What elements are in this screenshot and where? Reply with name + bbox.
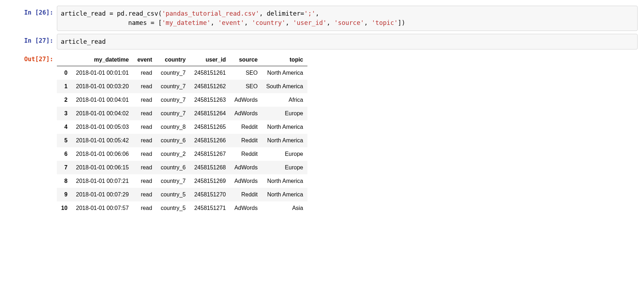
table-row: 82018-01-01 00:07:21readcountry_72458151…: [57, 174, 307, 188]
table-cell: Africa: [262, 93, 307, 107]
code-input-26[interactable]: article_read = pd.read_csv('pandas_tutor…: [57, 6, 638, 31]
table-cell: country_6: [156, 134, 190, 147]
table-cell: 2018-01-01 00:06:06: [72, 147, 133, 161]
row-index: 5: [57, 134, 72, 147]
table-cell: read: [133, 120, 156, 134]
table-cell: SEO: [230, 80, 262, 93]
output-prompt-27: Out[27]:: [0, 52, 57, 63]
table-cell: read: [133, 147, 156, 161]
table-row: 102018-01-01 00:07:57readcountry_5245815…: [57, 201, 307, 215]
table-cell: 2018-01-01 00:05:42: [72, 134, 133, 147]
row-index: 7: [57, 161, 72, 174]
code-input-27[interactable]: article_read: [57, 34, 638, 49]
table-cell: country_7: [156, 107, 190, 120]
table-row: 92018-01-01 00:07:29readcountry_52458151…: [57, 188, 307, 201]
table-cell: North America: [262, 174, 307, 188]
row-index: 10: [57, 201, 72, 215]
table-cell: 2018-01-01 00:05:03: [72, 120, 133, 134]
table-cell: North America: [262, 188, 307, 201]
output-cell-27: Out[27]: my_datetimeeventcountryuser_ids…: [0, 52, 644, 215]
code-token: ,: [315, 10, 319, 17]
code-token: ,: [327, 19, 334, 26]
code-token: ,: [210, 19, 218, 26]
table-cell: Asia: [262, 201, 307, 215]
table-cell: Europe: [262, 161, 307, 174]
table-row: 42018-01-01 00:05:03readcountry_82458151…: [57, 120, 307, 134]
code-token: names = [: [128, 19, 162, 26]
table-cell: 2018-01-01 00:07:57: [72, 201, 133, 215]
table-cell: read: [133, 107, 156, 120]
output-area-27: my_datetimeeventcountryuser_idsourcetopi…: [57, 52, 638, 215]
code-token: article_read = pd.read_csv(: [61, 10, 162, 17]
table-cell: Reddit: [230, 120, 262, 134]
row-index: 6: [57, 147, 72, 161]
table-cell: country_5: [156, 201, 190, 215]
table-cell: 2458151268: [190, 161, 230, 174]
row-index: 1: [57, 80, 72, 93]
table-cell: AdWords: [230, 174, 262, 188]
table-cell: country_7: [156, 93, 190, 107]
table-cell: 2458151264: [190, 107, 230, 120]
column-header: my_datetime: [72, 54, 133, 66]
row-index: 3: [57, 107, 72, 120]
row-index: 9: [57, 188, 72, 201]
table-cell: AdWords: [230, 107, 262, 120]
table-cell: SEO: [230, 66, 262, 80]
row-index: 0: [57, 66, 72, 80]
code-token: 'country': [252, 19, 285, 26]
table-cell: 2018-01-01 00:01:01: [72, 66, 133, 80]
table-cell: Europe: [262, 147, 307, 161]
table-header-row: my_datetimeeventcountryuser_idsourcetopi…: [57, 54, 307, 66]
table-cell: 2458151270: [190, 188, 230, 201]
table-cell: Reddit: [230, 134, 262, 147]
table-cell: 2458151267: [190, 147, 230, 161]
table-cell: 2018-01-01 00:07:29: [72, 188, 133, 201]
code-token: 'my_datetime': [162, 19, 210, 26]
column-header: country: [156, 54, 190, 66]
table-cell: read: [133, 161, 156, 174]
table-row: 02018-01-01 00:01:01readcountry_72458151…: [57, 66, 307, 80]
table-cell: AdWords: [230, 161, 262, 174]
input-prompt-27: In [27]:: [0, 34, 57, 44]
table-cell: country_6: [156, 161, 190, 174]
table-cell: 2018-01-01 00:07:21: [72, 174, 133, 188]
table-row: 72018-01-01 00:06:15readcountry_62458151…: [57, 161, 307, 174]
code-cell-26: In [26]: article_read = pd.read_csv('pan…: [0, 6, 644, 31]
table-cell: read: [133, 174, 156, 188]
table-cell: 2458151266: [190, 134, 230, 147]
code-token: 'source': [334, 19, 364, 26]
code-token: 'event': [218, 19, 245, 26]
code-token: ,: [364, 19, 371, 26]
table-cell: read: [133, 80, 156, 93]
table-cell: North America: [262, 120, 307, 134]
code-token: [61, 19, 128, 26]
table-cell: country_7: [156, 66, 190, 80]
column-header: event: [133, 54, 156, 66]
table-cell: 2018-01-01 00:04:02: [72, 107, 133, 120]
row-index: 8: [57, 174, 72, 188]
table-cell: Reddit: [230, 147, 262, 161]
input-prompt-26: In [26]:: [0, 6, 57, 16]
table-cell: North America: [262, 66, 307, 80]
table-cell: country_5: [156, 188, 190, 201]
table-cell: 2018-01-01 00:04:01: [72, 93, 133, 107]
table-cell: South America: [262, 80, 307, 93]
table-cell: 2458151271: [190, 201, 230, 215]
table-cell: AdWords: [230, 93, 262, 107]
table-cell: read: [133, 188, 156, 201]
column-header: topic: [262, 54, 307, 66]
row-index: 4: [57, 120, 72, 134]
table-row: 22018-01-01 00:04:01readcountry_72458151…: [57, 93, 307, 107]
table-row: 32018-01-01 00:04:02readcountry_72458151…: [57, 107, 307, 120]
table-cell: read: [133, 134, 156, 147]
table-cell: 2458151262: [190, 80, 230, 93]
table-cell: 2018-01-01 00:06:15: [72, 161, 133, 174]
table-cell: 2458151261: [190, 66, 230, 80]
column-header: source: [230, 54, 262, 66]
code-token: article_read: [61, 38, 106, 45]
table-cell: country_8: [156, 120, 190, 134]
code-token: 'topic': [372, 19, 398, 26]
table-corner-header: [57, 54, 72, 66]
code-cell-27: In [27]: article_read: [0, 34, 644, 49]
table-cell: 2018-01-01 00:03:20: [72, 80, 133, 93]
